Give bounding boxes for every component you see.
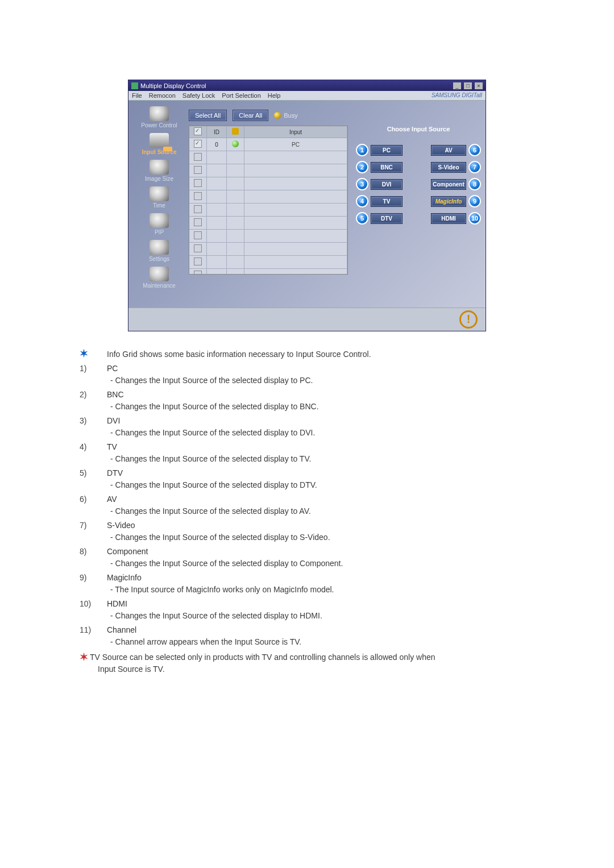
item-number: 9) (80, 572, 107, 584)
sidebar-item-input-source[interactable]: Input Source (133, 133, 185, 155)
window-title: Multiple Display Control (140, 82, 452, 89)
sidebar-item-label: Power Control (133, 122, 185, 128)
badge-2: 2 (356, 161, 368, 173)
table-row[interactable] (189, 230, 347, 243)
item-number: 10) (80, 598, 107, 610)
doc-item: 9)MagicInfoThe Input source of MagicInfo… (80, 572, 534, 596)
source-bnc-button[interactable]: BNC (371, 162, 403, 173)
intro-text: Info Grid shows some basic information n… (107, 348, 534, 360)
sidebar-item-label: Maintenance (133, 283, 185, 289)
item-name: DVI (107, 416, 120, 425)
table-row[interactable]: 0 PC (189, 138, 347, 151)
close-icon[interactable]: × (475, 82, 483, 89)
item-desc: Changes the Input Source of the selected… (107, 531, 534, 543)
item-number: 2) (80, 389, 107, 401)
busy-label: Busy (284, 112, 297, 119)
item-name: BNC (107, 390, 124, 399)
source-hdmi-button[interactable]: HDMI (431, 213, 466, 224)
menu-safety-lock[interactable]: Safety Lock (182, 92, 215, 99)
source-component-button[interactable]: Component (431, 179, 466, 190)
item-name: MagicInfo (107, 573, 142, 582)
row-checkbox[interactable] (194, 218, 202, 226)
row-checkbox[interactable] (194, 179, 202, 187)
row-checkbox[interactable] (194, 244, 202, 252)
item-number: 4) (80, 441, 107, 453)
table-row[interactable] (189, 151, 347, 164)
sidebar-item-time[interactable]: Time (133, 186, 185, 209)
item-name: Component (107, 547, 148, 556)
source-svideo-button[interactable]: S-Video (431, 162, 466, 173)
right-panel: Choose Input Source 1 PC AV 6 2 BNC (351, 106, 481, 304)
table-row[interactable] (189, 203, 347, 217)
menu-file[interactable]: File (132, 92, 142, 99)
sidebar-item-settings[interactable]: Settings (133, 240, 185, 262)
row-checkbox[interactable] (194, 166, 202, 174)
clear-all-button[interactable]: Clear All (233, 110, 268, 121)
menu-remocon[interactable]: Remocon (149, 92, 176, 99)
badge-10: 10 (468, 212, 481, 225)
maintenance-icon (150, 267, 169, 281)
item-number: 8) (80, 546, 107, 558)
info-grid[interactable]: ID Input 0 PC (189, 126, 348, 275)
pip-icon (150, 213, 169, 228)
item-name: HDMI (107, 599, 127, 608)
table-row[interactable] (189, 256, 347, 269)
table-row[interactable] (189, 177, 347, 190)
input-source-icon (150, 133, 169, 148)
doc-item: 3)DVIChanges the Input Source of the sel… (80, 415, 534, 439)
table-row[interactable] (189, 190, 347, 203)
menu-help[interactable]: Help (268, 92, 281, 99)
grid-col-status[interactable] (227, 126, 244, 138)
sidebar-item-label: PIP (133, 229, 185, 235)
table-row[interactable] (189, 217, 347, 230)
source-tv-button[interactable]: TV (371, 196, 403, 207)
sidebar-item-label: Image Size (133, 176, 185, 182)
source-dtv-button[interactable]: DTV (371, 213, 403, 224)
row-checkbox[interactable] (194, 271, 202, 275)
app-icon (131, 82, 138, 89)
item-number: 11) (80, 624, 107, 636)
source-av-button[interactable]: AV (431, 145, 466, 156)
row-input: PC (244, 138, 347, 151)
item-name: S-Video (107, 521, 135, 530)
item-desc: Channel arrow appears when the Input Sou… (107, 636, 534, 648)
note-line2: Input Source is TV. (90, 663, 534, 675)
grid-col-input[interactable]: Input (244, 126, 347, 138)
sidebar-item-power-control[interactable]: Power Control (133, 106, 185, 128)
select-all-button[interactable]: Select All (189, 110, 227, 121)
row-checkbox[interactable] (194, 258, 202, 265)
badge-5: 5 (356, 212, 368, 225)
source-magicinfo-button[interactable]: MagicInfo (431, 196, 466, 207)
doc-item: 11)ChannelChannel arrow appears when the… (80, 624, 534, 648)
badge-1: 1 (356, 144, 368, 156)
warning-icon: ! (459, 310, 478, 329)
grid-col-id[interactable]: ID (207, 126, 227, 138)
busy-icon (274, 112, 281, 119)
sidebar-item-image-size[interactable]: Image Size (133, 160, 185, 182)
menu-port-selection[interactable]: Port Selection (222, 92, 260, 99)
doc-item: 1)PCChanges the Input Source of the sele… (80, 363, 534, 387)
row-checkbox[interactable] (194, 140, 202, 148)
sidebar-item-maintenance[interactable]: Maintenance (133, 267, 185, 289)
badge-8: 8 (468, 178, 481, 190)
table-row[interactable] (189, 164, 347, 177)
item-number: 6) (80, 493, 107, 505)
row-checkbox[interactable] (194, 153, 202, 161)
grid-col-check[interactable] (189, 126, 207, 138)
row-checkbox[interactable] (194, 205, 202, 213)
table-row[interactable] (189, 243, 347, 256)
row-checkbox[interactable] (194, 231, 202, 239)
item-desc: Changes the Input Source of the selected… (107, 610, 534, 622)
table-row[interactable] (189, 269, 347, 275)
source-pc-button[interactable]: PC (371, 145, 403, 156)
sidebar-item-label: Settings (133, 256, 185, 262)
doc-item: 6)AVChanges the Input Source of the sele… (80, 493, 534, 517)
item-name: TV (107, 442, 117, 451)
row-checkbox[interactable] (194, 192, 202, 200)
source-dvi-button[interactable]: DVI (371, 179, 403, 190)
maximize-icon[interactable]: □ (464, 82, 472, 89)
sidebar-item-pip[interactable]: PIP (133, 213, 185, 235)
minimize-icon[interactable]: _ (453, 82, 461, 89)
item-desc: Changes the Input Source of the selected… (107, 453, 534, 465)
item-number: 1) (80, 363, 107, 375)
